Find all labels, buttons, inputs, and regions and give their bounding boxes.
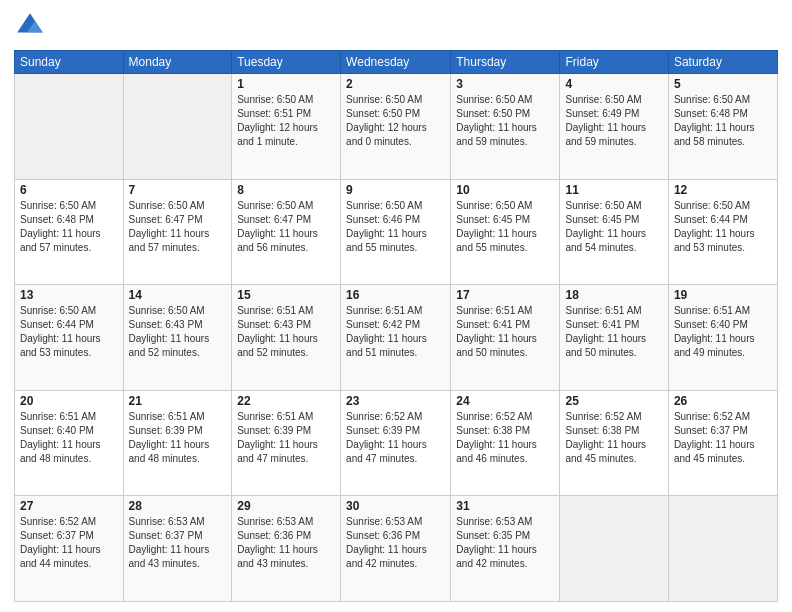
day-number: 23 xyxy=(346,394,445,408)
calendar-day-header: Monday xyxy=(123,51,232,74)
calendar-day-cell: 30Sunrise: 6:53 AMSunset: 6:36 PMDayligh… xyxy=(341,496,451,602)
day-detail: Sunrise: 6:51 AMSunset: 6:43 PMDaylight:… xyxy=(237,304,335,360)
calendar-day-cell: 27Sunrise: 6:52 AMSunset: 6:37 PMDayligh… xyxy=(15,496,124,602)
calendar-day-cell: 3Sunrise: 6:50 AMSunset: 6:50 PMDaylight… xyxy=(451,74,560,180)
day-detail: Sunrise: 6:50 AMSunset: 6:50 PMDaylight:… xyxy=(456,93,554,149)
day-number: 17 xyxy=(456,288,554,302)
day-detail: Sunrise: 6:50 AMSunset: 6:47 PMDaylight:… xyxy=(237,199,335,255)
calendar-day-cell: 17Sunrise: 6:51 AMSunset: 6:41 PMDayligh… xyxy=(451,285,560,391)
day-detail: Sunrise: 6:50 AMSunset: 6:47 PMDaylight:… xyxy=(129,199,227,255)
calendar-day-cell xyxy=(123,74,232,180)
calendar-day-cell: 13Sunrise: 6:50 AMSunset: 6:44 PMDayligh… xyxy=(15,285,124,391)
day-detail: Sunrise: 6:50 AMSunset: 6:48 PMDaylight:… xyxy=(20,199,118,255)
day-detail: Sunrise: 6:50 AMSunset: 6:50 PMDaylight:… xyxy=(346,93,445,149)
calendar-day-cell: 24Sunrise: 6:52 AMSunset: 6:38 PMDayligh… xyxy=(451,390,560,496)
calendar-day-cell: 25Sunrise: 6:52 AMSunset: 6:38 PMDayligh… xyxy=(560,390,668,496)
day-detail: Sunrise: 6:52 AMSunset: 6:38 PMDaylight:… xyxy=(456,410,554,466)
header xyxy=(14,10,778,42)
calendar-day-cell: 6Sunrise: 6:50 AMSunset: 6:48 PMDaylight… xyxy=(15,179,124,285)
day-number: 28 xyxy=(129,499,227,513)
page: SundayMondayTuesdayWednesdayThursdayFrid… xyxy=(0,0,792,612)
day-detail: Sunrise: 6:52 AMSunset: 6:38 PMDaylight:… xyxy=(565,410,662,466)
day-detail: Sunrise: 6:50 AMSunset: 6:45 PMDaylight:… xyxy=(565,199,662,255)
calendar-week-row: 13Sunrise: 6:50 AMSunset: 6:44 PMDayligh… xyxy=(15,285,778,391)
day-detail: Sunrise: 6:51 AMSunset: 6:40 PMDaylight:… xyxy=(20,410,118,466)
calendar-day-cell: 23Sunrise: 6:52 AMSunset: 6:39 PMDayligh… xyxy=(341,390,451,496)
calendar-day-header: Saturday xyxy=(668,51,777,74)
day-detail: Sunrise: 6:53 AMSunset: 6:36 PMDaylight:… xyxy=(346,515,445,571)
logo-icon xyxy=(14,10,46,42)
calendar-day-cell: 31Sunrise: 6:53 AMSunset: 6:35 PMDayligh… xyxy=(451,496,560,602)
calendar-day-cell: 7Sunrise: 6:50 AMSunset: 6:47 PMDaylight… xyxy=(123,179,232,285)
day-detail: Sunrise: 6:51 AMSunset: 6:42 PMDaylight:… xyxy=(346,304,445,360)
day-detail: Sunrise: 6:50 AMSunset: 6:51 PMDaylight:… xyxy=(237,93,335,149)
calendar-day-cell xyxy=(15,74,124,180)
day-detail: Sunrise: 6:53 AMSunset: 6:36 PMDaylight:… xyxy=(237,515,335,571)
day-number: 16 xyxy=(346,288,445,302)
day-detail: Sunrise: 6:53 AMSunset: 6:37 PMDaylight:… xyxy=(129,515,227,571)
day-detail: Sunrise: 6:50 AMSunset: 6:44 PMDaylight:… xyxy=(674,199,772,255)
day-number: 31 xyxy=(456,499,554,513)
day-detail: Sunrise: 6:51 AMSunset: 6:40 PMDaylight:… xyxy=(674,304,772,360)
calendar-day-header: Friday xyxy=(560,51,668,74)
calendar-day-header: Sunday xyxy=(15,51,124,74)
day-detail: Sunrise: 6:52 AMSunset: 6:37 PMDaylight:… xyxy=(674,410,772,466)
day-detail: Sunrise: 6:52 AMSunset: 6:39 PMDaylight:… xyxy=(346,410,445,466)
day-number: 12 xyxy=(674,183,772,197)
calendar-table: SundayMondayTuesdayWednesdayThursdayFrid… xyxy=(14,50,778,602)
day-number: 20 xyxy=(20,394,118,408)
calendar-day-cell: 8Sunrise: 6:50 AMSunset: 6:47 PMDaylight… xyxy=(232,179,341,285)
day-number: 24 xyxy=(456,394,554,408)
day-number: 4 xyxy=(565,77,662,91)
day-number: 3 xyxy=(456,77,554,91)
calendar-day-cell: 5Sunrise: 6:50 AMSunset: 6:48 PMDaylight… xyxy=(668,74,777,180)
day-detail: Sunrise: 6:51 AMSunset: 6:39 PMDaylight:… xyxy=(129,410,227,466)
day-number: 8 xyxy=(237,183,335,197)
day-detail: Sunrise: 6:51 AMSunset: 6:39 PMDaylight:… xyxy=(237,410,335,466)
day-detail: Sunrise: 6:51 AMSunset: 6:41 PMDaylight:… xyxy=(456,304,554,360)
calendar-day-cell: 16Sunrise: 6:51 AMSunset: 6:42 PMDayligh… xyxy=(341,285,451,391)
day-detail: Sunrise: 6:50 AMSunset: 6:49 PMDaylight:… xyxy=(565,93,662,149)
day-number: 19 xyxy=(674,288,772,302)
day-detail: Sunrise: 6:51 AMSunset: 6:41 PMDaylight:… xyxy=(565,304,662,360)
day-detail: Sunrise: 6:52 AMSunset: 6:37 PMDaylight:… xyxy=(20,515,118,571)
day-number: 2 xyxy=(346,77,445,91)
calendar-day-cell: 14Sunrise: 6:50 AMSunset: 6:43 PMDayligh… xyxy=(123,285,232,391)
calendar-day-cell: 12Sunrise: 6:50 AMSunset: 6:44 PMDayligh… xyxy=(668,179,777,285)
calendar-day-cell: 2Sunrise: 6:50 AMSunset: 6:50 PMDaylight… xyxy=(341,74,451,180)
day-number: 9 xyxy=(346,183,445,197)
calendar-day-cell: 22Sunrise: 6:51 AMSunset: 6:39 PMDayligh… xyxy=(232,390,341,496)
calendar-header-row: SundayMondayTuesdayWednesdayThursdayFrid… xyxy=(15,51,778,74)
day-number: 30 xyxy=(346,499,445,513)
calendar-day-cell: 19Sunrise: 6:51 AMSunset: 6:40 PMDayligh… xyxy=(668,285,777,391)
day-number: 13 xyxy=(20,288,118,302)
calendar-day-header: Wednesday xyxy=(341,51,451,74)
calendar-day-cell: 20Sunrise: 6:51 AMSunset: 6:40 PMDayligh… xyxy=(15,390,124,496)
day-detail: Sunrise: 6:50 AMSunset: 6:44 PMDaylight:… xyxy=(20,304,118,360)
day-number: 29 xyxy=(237,499,335,513)
day-number: 22 xyxy=(237,394,335,408)
day-detail: Sunrise: 6:53 AMSunset: 6:35 PMDaylight:… xyxy=(456,515,554,571)
calendar-day-cell: 29Sunrise: 6:53 AMSunset: 6:36 PMDayligh… xyxy=(232,496,341,602)
calendar-day-cell: 11Sunrise: 6:50 AMSunset: 6:45 PMDayligh… xyxy=(560,179,668,285)
day-number: 25 xyxy=(565,394,662,408)
calendar-day-cell: 4Sunrise: 6:50 AMSunset: 6:49 PMDaylight… xyxy=(560,74,668,180)
calendar-day-cell: 28Sunrise: 6:53 AMSunset: 6:37 PMDayligh… xyxy=(123,496,232,602)
day-detail: Sunrise: 6:50 AMSunset: 6:43 PMDaylight:… xyxy=(129,304,227,360)
day-number: 14 xyxy=(129,288,227,302)
day-detail: Sunrise: 6:50 AMSunset: 6:45 PMDaylight:… xyxy=(456,199,554,255)
calendar-day-cell xyxy=(668,496,777,602)
calendar-week-row: 27Sunrise: 6:52 AMSunset: 6:37 PMDayligh… xyxy=(15,496,778,602)
day-number: 10 xyxy=(456,183,554,197)
calendar-day-cell xyxy=(560,496,668,602)
calendar-week-row: 1Sunrise: 6:50 AMSunset: 6:51 PMDaylight… xyxy=(15,74,778,180)
day-number: 5 xyxy=(674,77,772,91)
calendar-day-cell: 1Sunrise: 6:50 AMSunset: 6:51 PMDaylight… xyxy=(232,74,341,180)
calendar-day-cell: 18Sunrise: 6:51 AMSunset: 6:41 PMDayligh… xyxy=(560,285,668,391)
logo xyxy=(14,10,50,42)
calendar-day-cell: 10Sunrise: 6:50 AMSunset: 6:45 PMDayligh… xyxy=(451,179,560,285)
calendar-day-cell: 26Sunrise: 6:52 AMSunset: 6:37 PMDayligh… xyxy=(668,390,777,496)
day-number: 1 xyxy=(237,77,335,91)
day-detail: Sunrise: 6:50 AMSunset: 6:46 PMDaylight:… xyxy=(346,199,445,255)
calendar-day-cell: 9Sunrise: 6:50 AMSunset: 6:46 PMDaylight… xyxy=(341,179,451,285)
